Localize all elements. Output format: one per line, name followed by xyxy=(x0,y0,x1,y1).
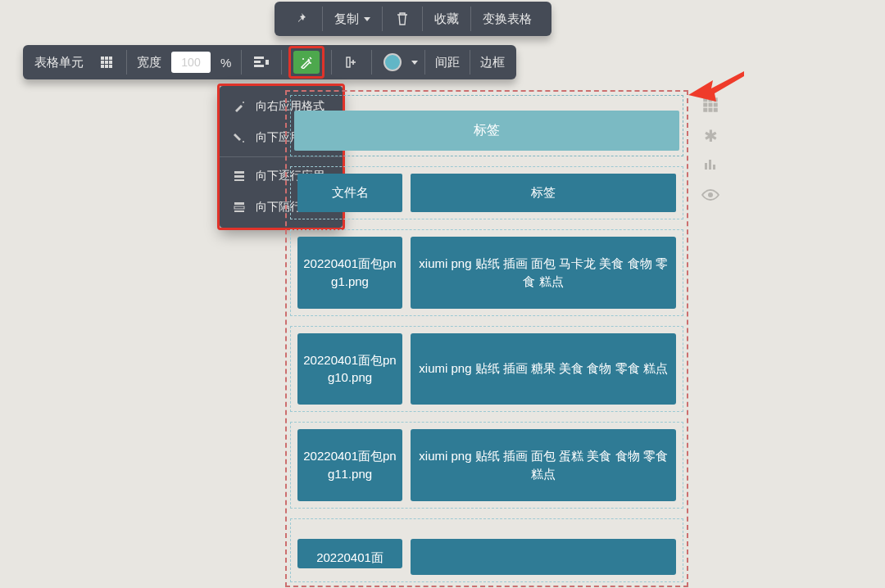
wand-right-icon xyxy=(231,98,247,115)
tags-cell[interactable] xyxy=(411,539,676,575)
svg-rect-8 xyxy=(109,65,112,68)
eye-icon xyxy=(701,186,719,205)
svg-rect-35 xyxy=(713,165,715,170)
favorite-button[interactable]: 收藏 xyxy=(423,7,470,32)
svg-rect-0 xyxy=(101,57,104,60)
svg-point-16 xyxy=(243,102,244,103)
magic-icon xyxy=(298,54,315,70)
svg-rect-6 xyxy=(101,65,104,68)
align-button[interactable] xyxy=(248,51,275,74)
table-row-partial: 20220401面 xyxy=(290,518,683,582)
tags-cell[interactable]: xiumi png 贴纸 插画 糖果 美食 食物 零食 糕点 xyxy=(411,333,676,405)
gear-icon: ✱ xyxy=(704,126,718,146)
border-button[interactable]: 边框 xyxy=(477,55,508,70)
trash-icon xyxy=(394,11,411,27)
svg-rect-33 xyxy=(705,163,707,170)
side-chart-button[interactable] xyxy=(701,156,720,175)
caret-down-icon xyxy=(364,17,370,21)
svg-rect-1 xyxy=(105,57,108,60)
insert-column-icon xyxy=(343,54,360,70)
grid-button[interactable] xyxy=(93,51,120,74)
svg-rect-11 xyxy=(254,65,264,67)
spacing-button[interactable]: 间距 xyxy=(432,55,463,70)
svg-rect-4 xyxy=(105,61,108,64)
copy-button[interactable]: 复制 xyxy=(323,7,382,32)
apply-format-highlight xyxy=(288,46,324,79)
pin-button[interactable] xyxy=(283,6,322,32)
tags-text: xiumi png 贴纸 插画 面包 马卡龙 美食 食物 零食 糕点 xyxy=(419,255,668,291)
file-cell[interactable]: 20220401面包png1.png xyxy=(297,237,402,309)
svg-rect-19 xyxy=(234,175,244,178)
copy-label: 复制 xyxy=(334,11,359,27)
transform-table-button[interactable]: 变换表格 xyxy=(471,7,543,32)
svg-rect-20 xyxy=(234,179,244,181)
table-row: 20220401面包png1.png xiumi png 贴纸 插画 面包 马卡… xyxy=(290,229,683,316)
svg-rect-23 xyxy=(234,210,244,212)
separator xyxy=(126,50,127,75)
svg-rect-7 xyxy=(105,65,108,68)
color-swatch-icon xyxy=(384,53,402,71)
toolbar-cell: 表格单元 宽度 % 间距 边框 xyxy=(23,45,516,79)
percent-label: % xyxy=(217,56,234,70)
file-name: 20220401面包png1.png xyxy=(302,255,397,291)
tags-text: xiumi png 贴纸 插画 糖果 美食 食物 零食 糕点 xyxy=(419,360,667,378)
bg-color-button[interactable] xyxy=(379,51,406,74)
chart-icon xyxy=(703,156,718,175)
side-eye-button[interactable] xyxy=(701,185,720,205)
svg-point-13 xyxy=(302,58,304,60)
file-name: 20220401面包png11.png xyxy=(302,447,397,483)
svg-marker-37 xyxy=(688,71,744,102)
align-icon xyxy=(253,54,270,70)
pin-icon xyxy=(294,11,311,27)
side-toolbar: ✱ xyxy=(701,97,720,205)
svg-point-14 xyxy=(310,62,311,64)
table-main-header[interactable]: 标签 xyxy=(294,111,679,151)
side-gear-button[interactable]: ✱ xyxy=(701,126,720,146)
table-row: 20220401面包png10.png xiumi png 贴纸 插画 糖果 美… xyxy=(290,326,683,413)
svg-rect-9 xyxy=(254,57,264,59)
svg-point-17 xyxy=(243,141,244,142)
separator xyxy=(470,50,470,75)
svg-rect-34 xyxy=(709,160,711,170)
svg-rect-18 xyxy=(234,171,244,174)
tags-cell[interactable]: xiumi png 贴纸 插画 面包 马卡龙 美食 食物 零食 糕点 xyxy=(411,237,676,309)
separator xyxy=(281,50,282,75)
tags-cell[interactable]: xiumi png 贴纸 插画 面包 蛋糕 美食 食物 零食 糕点 xyxy=(411,429,676,501)
col1-header-label: 文件名 xyxy=(332,185,369,199)
file-cell[interactable]: 20220401面包png10.png xyxy=(297,333,402,405)
width-label: 宽度 xyxy=(134,55,165,70)
caret-down-icon[interactable] xyxy=(411,61,418,65)
svg-rect-2 xyxy=(109,57,112,60)
separator xyxy=(424,50,425,75)
file-cell[interactable]: 20220401面包png11.png xyxy=(297,429,402,501)
grid-icon xyxy=(98,54,115,70)
svg-rect-12 xyxy=(266,60,269,65)
col2-header-cell[interactable]: 标签 xyxy=(411,174,676,212)
separator xyxy=(241,50,242,75)
svg-rect-10 xyxy=(254,61,261,63)
apply-format-button[interactable] xyxy=(293,51,320,74)
insert-column-button[interactable] xyxy=(338,51,365,74)
file-cell[interactable]: 20220401面 xyxy=(297,539,402,568)
column-header-row: 文件名 标签 xyxy=(290,166,683,219)
tags-text: xiumi png 贴纸 插画 面包 蛋糕 美食 食物 零食 糕点 xyxy=(419,447,668,483)
file-name: 20220401面 xyxy=(316,549,384,567)
svg-rect-3 xyxy=(101,61,104,64)
table-selection: 标签 文件名 标签 20220401面包png1.png xiumi png 贴… xyxy=(285,90,688,587)
col2-header-label: 标签 xyxy=(531,185,556,199)
svg-rect-21 xyxy=(234,202,244,205)
toolbar-main: 复制 收藏 变换表格 xyxy=(275,2,551,36)
table-row: 20220401面包png11.png xiumi png 贴纸 插画 面包 蛋… xyxy=(290,422,683,509)
width-input[interactable] xyxy=(171,52,211,73)
svg-rect-15 xyxy=(347,57,350,67)
delete-button[interactable] xyxy=(383,6,422,32)
alt-rows-icon xyxy=(231,199,247,215)
header-row-wrap: 标签 xyxy=(290,95,683,156)
svg-rect-5 xyxy=(109,61,112,64)
file-name: 20220401面包png10.png xyxy=(302,351,397,387)
header-label: 标签 xyxy=(474,123,500,137)
col1-header-cell[interactable]: 文件名 xyxy=(297,174,402,212)
transform-label: 变换表格 xyxy=(483,11,532,27)
favorite-label: 收藏 xyxy=(434,11,459,27)
wand-down-icon xyxy=(231,129,247,146)
